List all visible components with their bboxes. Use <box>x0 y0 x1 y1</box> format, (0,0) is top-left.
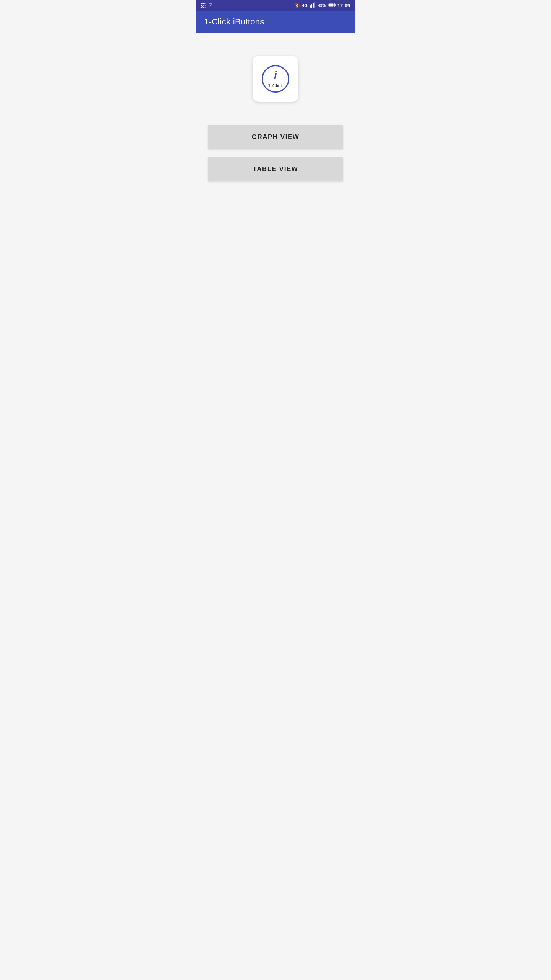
svg-rect-6 <box>328 4 333 7</box>
time-display: 12:09 <box>337 3 350 8</box>
logo-label: 1-Click <box>268 83 283 88</box>
battery-icon <box>328 3 336 8</box>
checkbox-icon: ☑ <box>208 3 213 8</box>
svg-rect-1 <box>311 4 312 8</box>
network-label: 4G <box>302 3 308 8</box>
logo-letter: i <box>274 69 277 82</box>
table-view-button[interactable]: TABLE VIEW <box>208 157 343 181</box>
app-title: 1-Click iButtons <box>204 17 264 27</box>
signal-icon <box>310 2 316 8</box>
status-bar: 🖼 ☑ 🔇 4G 90% 12:09 <box>196 0 355 11</box>
logo-circle: i 1-Click <box>262 65 289 93</box>
svg-rect-3 <box>314 2 315 8</box>
svg-rect-2 <box>313 3 314 8</box>
battery-percentage: 90% <box>318 3 326 8</box>
app-bar: 1-Click iButtons <box>196 11 355 33</box>
app-logo: i 1-Click <box>253 56 298 102</box>
svg-rect-0 <box>310 5 311 8</box>
image-icon: 🖼 <box>201 3 206 8</box>
mute-icon: 🔇 <box>295 3 300 8</box>
svg-rect-5 <box>334 4 336 6</box>
main-content: i 1-Click GRAPH VIEW TABLE VIEW <box>196 33 355 343</box>
graph-view-button[interactable]: GRAPH VIEW <box>208 125 343 149</box>
